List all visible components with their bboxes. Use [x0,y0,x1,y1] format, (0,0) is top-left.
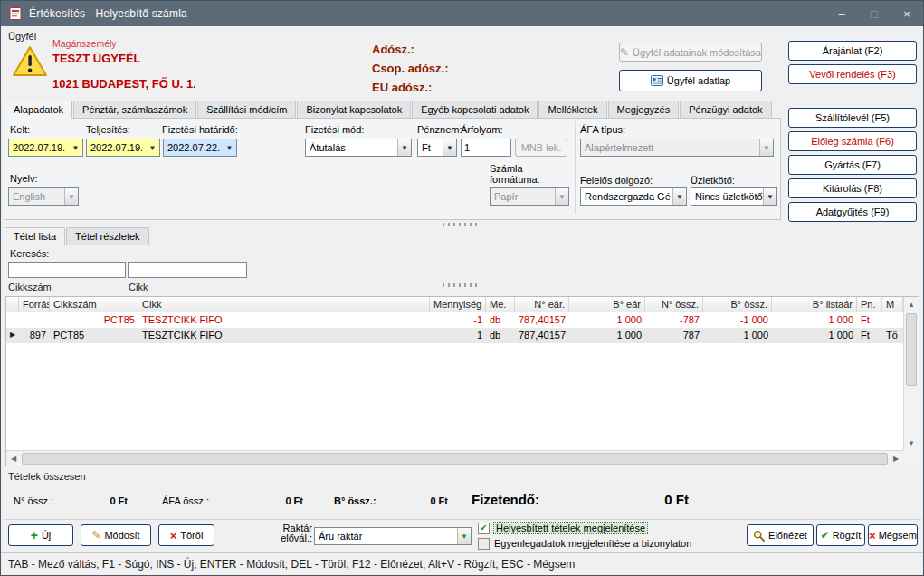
warehouse-value: Áru raktár [315,531,457,542]
tab-mellekletek[interactable]: Mellékletek [538,101,606,118]
column-header-cikkszam[interactable]: Cikkszám [50,297,138,312]
arfolyam-input[interactable] [461,139,511,157]
cell-n-ossz: -787 [645,312,703,328]
column-header-m[interactable]: M [882,297,903,312]
customer-name: TESZT ÜGYFÉL [52,52,141,65]
search-cikk-input[interactable] [128,262,247,278]
penznem-combo[interactable]: Ft ▼ [417,139,457,157]
chevron-down-icon[interactable]: ▼ [443,139,456,156]
column-header-forras[interactable]: Forrás [19,297,50,312]
vertical-scrollbar[interactable]: ▲ ▼ [903,297,919,450]
column-header-b-listaar[interactable]: B° listaár [772,297,857,312]
afa-tipus-combo: Alapértelmezett ▼ [580,139,774,157]
warehouse-combo[interactable]: Áru raktár ▼ [314,527,472,545]
cancel-x-icon: × [869,529,876,542]
tab-szallitasi-mod-cim[interactable]: Szállítási mód/cím [197,101,296,118]
modify-customer-button: ✎ Ügyfél adatainak módosítása [619,43,762,62]
chevron-down-icon[interactable]: ▼ [672,188,686,205]
scroll-right-icon[interactable]: ▶ [889,451,903,466]
divider [5,519,921,520]
tab-penztar-szamlaszamok[interactable]: Pénztár, számlaszámok [73,101,196,118]
balance-data-checkbox[interactable]: Egyenlegadatok megjelenítése a bizonylat… [478,537,691,550]
teljesites-date-combo[interactable]: 2022.07.19. ▼ [86,139,160,157]
fizetesi-hatarido-date-combo[interactable]: 2022.07.22. ▼ [163,139,237,157]
search-cikkszam-input[interactable] [8,262,126,278]
warehouse-label: Raktár elővál.: [269,523,312,543]
customer-datasheet-button[interactable]: Ügyfél adatlap [619,70,762,91]
column-header-mennyiseg[interactable]: Mennyiség [430,297,486,312]
nyelv-value: English [9,191,64,202]
fizetesi-mod-combo[interactable]: Átutalás ▼ [305,139,412,157]
cancel-button[interactable]: × Mégsem [868,524,918,546]
table-row-selected[interactable]: ▶ 897 PCT85 TESZTCIKK FIFO 1 db 787,4015… [6,328,903,343]
cell-cikk: TESZTCIKK FIFO [138,328,430,343]
tab-bizonylat-kapcsolatok[interactable]: Bizonylat kapcsolatok [297,101,411,118]
tab-tetel-lista[interactable]: Tétel lista [5,227,65,245]
column-header-b-ossz[interactable]: B° össz. [703,297,772,312]
horizontal-scroll-thumb[interactable] [22,453,888,465]
new-item-button[interactable]: + Új [8,524,73,546]
column-header-n-ossz[interactable]: N° össz. [645,297,703,312]
preview-button[interactable]: Előnézet [747,524,814,546]
column-header-me[interactable]: Me. [486,297,515,312]
penznem-value: Ft [418,142,443,153]
close-button[interactable]: × [891,1,923,26]
checkmark-icon[interactable]: ✔ [478,523,490,534]
tab-tetel-reszletek[interactable]: Tétel részletek [66,227,149,245]
scroll-left-icon[interactable]: ◀ [6,451,21,466]
production-button[interactable]: Gyártás (F7) [788,155,917,175]
chevron-down-icon[interactable]: ▼ [146,139,159,156]
column-header-pn[interactable]: Pn. [857,297,882,312]
kelt-date-combo[interactable]: 2022.07.19. ▼ [8,139,83,157]
chevron-down-icon[interactable]: ▼ [223,139,236,156]
chevron-down-icon[interactable]: ▼ [457,528,471,544]
corrected-items-checkbox[interactable]: ✔ Helyesbített tételek megjelenítése [478,522,647,534]
delivery-note-button[interactable]: Szállítólevél (F5) [788,108,917,128]
cell-n-ear: 787,40157 [515,328,569,343]
tab-egyeb-kapcsolati-adatok[interactable]: Egyéb kapcsolati adatok [412,101,538,118]
horizontal-scrollbar[interactable]: ◀ ▶ [6,450,903,466]
column-header-cikk[interactable]: Cikk [138,297,430,312]
tab-alapadatok[interactable]: Alapadatok [5,101,72,119]
app-window: Értékesítés - Helyesbítő számla – □ × Üg… [0,0,924,576]
delete-item-button[interactable]: × Töröl [158,524,214,546]
outbound-button[interactable]: Kitárolás (F8) [788,178,917,198]
felelos-dolgozo-combo[interactable]: Rendszergazda Gé ▼ [580,187,687,206]
plus-icon: + [31,530,38,541]
delete-item-label: Töröl [180,530,203,541]
scroll-up-icon[interactable]: ▲ [904,297,919,312]
modify-item-button[interactable]: ✎ Módosít [81,524,151,546]
data-collection-button[interactable]: Adatgyűjtés (F9) [788,202,917,222]
penznem-label: Pénznem: [417,124,462,135]
quote-button[interactable]: Árajánlat (F2) [788,41,917,61]
delete-x-icon: × [170,529,177,542]
chevron-down-icon[interactable]: ▼ [69,139,82,156]
customer-order-label: Vevői rendelés (F3) [809,69,895,80]
cell-cikk: TESZTCIKK FIFO [138,312,430,328]
chevron-down-icon[interactable]: ▼ [397,139,411,156]
scroll-down-icon[interactable]: ▼ [904,436,919,450]
pencil-icon: ✎ [620,46,629,59]
column-header-b-ear[interactable]: B° eár [569,297,645,312]
tab-megjegyzes[interactable]: Megjegyzés [608,101,680,118]
checkbox-empty-icon[interactable] [478,538,490,550]
save-button[interactable]: ✔ Rögzít [816,524,865,546]
maximize-button[interactable]: □ [858,1,891,26]
customer-order-button[interactable]: Vevői rendelés (F3) [788,64,917,84]
splitter-handle[interactable] [443,223,481,226]
advance-invoice-button[interactable]: Előleg számla (F6) [788,131,917,151]
chevron-down-icon[interactable]: ▼ [763,188,776,205]
cell-m [882,312,903,328]
table-row[interactable]: PCT85 TESZTCIKK FIFO -1 db 787,40157 1 0… [6,312,903,328]
minimize-button[interactable]: – [825,1,858,26]
vertical-scroll-thumb[interactable] [906,313,917,386]
uzletkoto-combo[interactable]: Nincs üzletkötő ▼ [691,187,777,206]
row-indicator-cell [6,312,19,328]
net-total-label: N° össz.: [14,495,53,506]
column-header-n-ear[interactable]: N° eár. [515,297,569,312]
payable-label: Fizetendő: [472,492,539,507]
cell-me: db [486,328,515,343]
tab-penzugyi-adatok[interactable]: Pénzügyi adatok [680,101,771,118]
splitter-handle[interactable] [443,283,481,287]
cancel-label: Mégsem [879,530,917,541]
